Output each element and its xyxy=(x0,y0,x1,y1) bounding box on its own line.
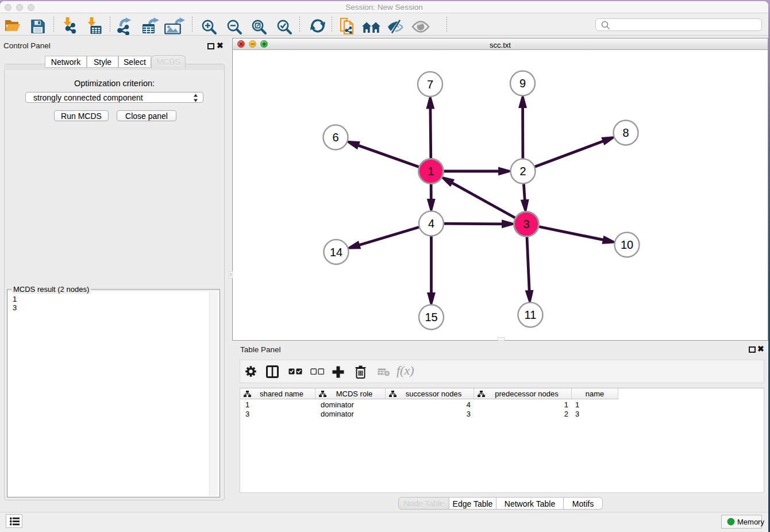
svg-text:14: 14 xyxy=(330,246,342,259)
svg-text:11: 11 xyxy=(525,309,537,321)
svg-text:3: 3 xyxy=(523,218,529,230)
svg-text:8: 8 xyxy=(622,126,629,139)
svg-text:7: 7 xyxy=(427,78,433,91)
svg-text:1: 1 xyxy=(428,165,434,178)
svg-text:15: 15 xyxy=(425,311,437,323)
svg-text:4: 4 xyxy=(428,217,434,230)
svg-text:2: 2 xyxy=(519,165,526,178)
svg-text:6: 6 xyxy=(332,131,338,144)
svg-text:10: 10 xyxy=(621,238,633,251)
svg-text:9: 9 xyxy=(519,77,526,90)
